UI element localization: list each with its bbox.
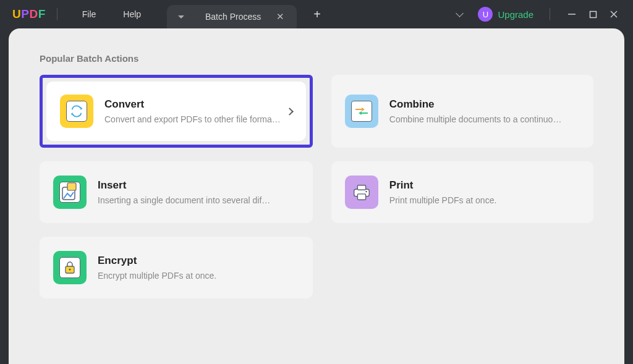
card-convert[interactable]: Convert Convert and export PDFs to other…	[40, 75, 313, 148]
encrypt-icon	[53, 251, 87, 284]
card-desc: Convert and export PDFs to other file fo…	[104, 114, 281, 124]
menu-file[interactable]: File	[82, 9, 96, 19]
svg-rect-13	[357, 185, 365, 190]
chevron-right-icon	[286, 108, 294, 116]
tab-menu-icon[interactable]	[178, 15, 184, 19]
svg-marker-4	[80, 107, 82, 111]
titlebar: UPDF File Help Batch Process ✕ + U Upgra…	[0, 0, 633, 28]
chevron-down-icon	[456, 9, 464, 17]
new-tab-button[interactable]: +	[307, 7, 328, 22]
tab-batch-process[interactable]: Batch Process ✕	[167, 5, 297, 28]
action-grid: Convert Convert and export PDFs to other…	[40, 75, 593, 298]
svg-marker-9	[359, 111, 362, 115]
tabbar: Batch Process ✕ +	[167, 0, 328, 28]
section-title: Popular Batch Actions	[40, 53, 593, 64]
card-print[interactable]: Print Print multiple PDFs at once.	[331, 161, 593, 223]
card-title: Convert	[104, 98, 281, 111]
card-encrypt[interactable]: Encrypt Encrypt multiple PDFs at once.	[40, 237, 313, 298]
tab-close-icon[interactable]: ✕	[274, 11, 286, 22]
card-convert-inner: Convert Convert and export PDFs to other…	[46, 82, 306, 141]
overflow-button[interactable]	[447, 12, 472, 16]
svg-marker-7	[362, 108, 365, 111]
svg-marker-5	[71, 112, 73, 116]
svg-point-17	[69, 268, 70, 270]
minimize-icon	[567, 10, 576, 19]
window-close-button[interactable]	[603, 4, 624, 25]
print-icon	[345, 176, 378, 209]
card-desc: Print multiple PDFs at once.	[389, 195, 580, 205]
content-area: Popular Batch Actions Convert	[9, 28, 624, 364]
divider	[57, 8, 57, 20]
svg-rect-1	[590, 11, 596, 17]
menu-help[interactable]: Help	[123, 9, 141, 19]
insert-icon	[53, 176, 87, 209]
card-title: Print	[389, 179, 580, 192]
app-logo: UPDF	[12, 7, 46, 21]
combine-icon	[345, 95, 378, 128]
card-desc: Inserting a single document into several…	[98, 195, 299, 205]
window-minimize-button[interactable]	[561, 4, 582, 25]
card-desc: Encrypt multiple PDFs at once.	[98, 271, 299, 281]
card-desc: Combine multiple documents to a continuo…	[389, 114, 580, 124]
window-maximize-button[interactable]	[582, 4, 603, 25]
card-insert[interactable]: Insert Inserting a single document into …	[40, 161, 313, 223]
card-combine[interactable]: Combine Combine multiple documents to a …	[331, 75, 593, 148]
convert-icon	[60, 95, 93, 128]
avatar[interactable]: U	[478, 7, 493, 22]
tab-label: Batch Process	[192, 12, 274, 22]
close-icon	[610, 10, 618, 19]
divider	[550, 8, 550, 20]
svg-point-15	[365, 191, 367, 192]
card-title: Combine	[389, 98, 580, 111]
titlebar-right: U Upgrade	[447, 4, 633, 25]
upgrade-button[interactable]: Upgrade	[498, 9, 533, 20]
card-title: Insert	[98, 179, 299, 192]
card-title: Encrypt	[98, 255, 299, 267]
maximize-icon	[589, 11, 597, 19]
svg-rect-11	[67, 183, 76, 190]
svg-rect-14	[357, 194, 365, 200]
